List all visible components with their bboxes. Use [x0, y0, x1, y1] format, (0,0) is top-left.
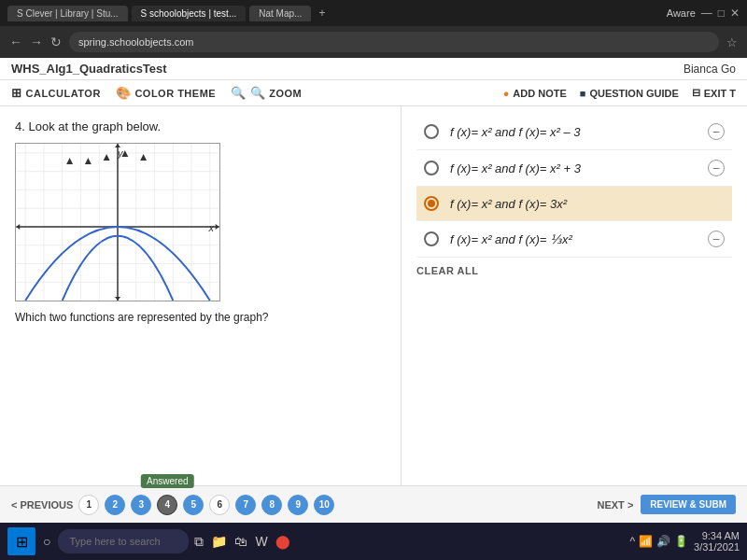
bubble-wrapper-2: 2: [105, 495, 125, 515]
app-title: WHS_Alg1_QuadraticsTest: [11, 62, 167, 76]
exit-icon: ⊟: [692, 87, 700, 99]
maximize-button[interactable]: □: [718, 7, 725, 20]
zoom-out-icon[interactable]: 🔍: [250, 86, 266, 100]
nav-right: NEXT > REVIEW & SUBM: [598, 495, 737, 514]
graph-x-label: x: [209, 222, 215, 233]
question-bubble-10[interactable]: 10: [314, 495, 334, 515]
close-button[interactable]: ✕: [730, 7, 740, 20]
which-two-text: Which two functions are represented by t…: [15, 311, 386, 324]
browser-tab-1[interactable]: S Clever | Library | Stu...: [7, 6, 128, 21]
browser-tabs: S Clever | Library | Stu... S schoolobje…: [0, 0, 747, 26]
word-icon[interactable]: W: [255, 534, 267, 549]
bubble-wrapper-9: 9: [288, 495, 308, 515]
app-container: WHS_Alg1_QuadraticsTest Bianca Go ⊞ CALC…: [0, 58, 747, 523]
battery-icon[interactable]: 🔋: [674, 535, 688, 548]
forward-button[interactable]: →: [30, 35, 43, 49]
browser-tab-3[interactable]: Nat Map...: [249, 6, 311, 21]
previous-button[interactable]: < PREVIOUS: [11, 499, 73, 511]
toolbar-right: ● ADD NOTE ■ QUESTION GUIDE ⊟ EXIT T: [503, 87, 736, 99]
question-bubble-7[interactable]: 7: [235, 495, 256, 515]
graph-container: y x: [15, 143, 220, 301]
minus-d[interactable]: –: [708, 231, 725, 247]
answer-text-d: f (x)= x² and f (x)= ⅓x²: [450, 232, 697, 246]
cortana-icon[interactable]: ○: [43, 534, 50, 549]
app-header: WHS_Alg1_QuadraticsTest Bianca Go: [0, 58, 747, 80]
taskbar-time: 9:34 AM 3/31/2021: [694, 530, 740, 553]
question-bubble-1[interactable]: 1: [78, 495, 99, 515]
color-theme-icon: 🎨: [116, 86, 132, 100]
calculator-icon: ⊞: [11, 86, 22, 100]
up-arrow-icon[interactable]: ^: [629, 535, 635, 548]
question-bubble-5[interactable]: 5: [183, 495, 204, 515]
add-note-button[interactable]: ● ADD NOTE: [503, 88, 567, 99]
svg-marker-21: [216, 224, 219, 230]
add-note-icon: ●: [503, 88, 510, 99]
exit-button[interactable]: ⊟ EXIT T: [692, 87, 736, 99]
back-button[interactable]: ←: [9, 35, 22, 49]
minus-b[interactable]: –: [708, 160, 725, 176]
color-theme-button[interactable]: 🎨 COLOR THEME: [116, 86, 216, 100]
address-bar[interactable]: [69, 32, 719, 52]
answer-option-d[interactable]: f (x)= x² and f (x)= ⅓x² –: [416, 221, 732, 258]
bubble-wrapper-6: 6: [209, 495, 230, 515]
question-bubble-6[interactable]: 6: [209, 495, 230, 515]
bubble-wrapper-5: 5: [183, 495, 204, 515]
store-icon[interactable]: 🛍: [234, 534, 247, 549]
speaker-icon[interactable]: 🔊: [656, 535, 670, 548]
bubble-wrapper-1: 1: [78, 495, 99, 515]
toolbar: ⊞ CALCULATOR 🎨 COLOR THEME 🔍 🔍 ZOOM ● AD…: [0, 80, 747, 106]
taskbar-right: ^ 📶 🔊 🔋 9:34 AM 3/31/2021: [629, 530, 740, 553]
minimize-button[interactable]: —: [701, 7, 712, 20]
bottom-nav: < PREVIOUS 1 2 3 Answered 4 5 6 7 8 9: [0, 485, 747, 523]
answer-text-a: f (x)= x² and f (x)= x² – 3: [450, 125, 697, 139]
new-tab-button[interactable]: +: [318, 7, 325, 20]
task-view-icon[interactable]: ⧉: [194, 534, 204, 550]
svg-text:▲: ▲: [82, 154, 93, 167]
radio-d[interactable]: [424, 231, 439, 246]
svg-text:▲: ▲: [138, 150, 149, 163]
question-bubble-4[interactable]: 4: [157, 495, 177, 515]
answer-option-b[interactable]: f (x)= x² and f (x)= x² + 3 –: [416, 150, 732, 187]
radio-b[interactable]: [424, 161, 439, 175]
question-bubble-9[interactable]: 9: [288, 495, 308, 515]
question-bubble-3[interactable]: 3: [131, 495, 151, 515]
question-text: 4. Look at the graph below.: [15, 119, 386, 133]
question-bubble-8[interactable]: 8: [261, 495, 282, 515]
right-panel: f (x)= x² and f (x)= x² – 3 – f (x)= x² …: [402, 106, 747, 495]
minus-a[interactable]: –: [708, 123, 725, 140]
graph-y-label: y: [118, 147, 123, 159]
start-button[interactable]: ⊞: [7, 527, 35, 555]
radio-c[interactable]: [424, 196, 439, 211]
answer-option-c[interactable]: f (x)= x² and f (x)= 3x²: [416, 187, 732, 221]
aware-label: Aware: [667, 7, 696, 19]
question-guide-button[interactable]: ■ QUESTION GUIDE: [580, 88, 679, 99]
review-button[interactable]: REVIEW & SUBM: [641, 495, 736, 514]
answer-text-c: f (x)= x² and f (x)= 3x²: [450, 197, 725, 211]
browser-tab-2[interactable]: S schoolobjects | test...: [132, 6, 247, 21]
svg-text:▲: ▲: [64, 154, 76, 167]
bubble-wrapper-8: 8: [261, 495, 282, 515]
calculator-button[interactable]: ⊞ CALCULATOR: [11, 86, 101, 100]
svg-text:▲: ▲: [101, 150, 112, 163]
zoom-in-icon[interactable]: 🔍: [231, 86, 247, 100]
refresh-button[interactable]: ↻: [50, 35, 62, 49]
browser-chrome: S Clever | Library | Stu... S schoolobje…: [0, 0, 747, 58]
chrome-icon[interactable]: ⬤: [275, 534, 290, 549]
content-area: 4. Look at the graph below. y x: [0, 106, 747, 495]
bookmark-star[interactable]: ☆: [726, 35, 738, 49]
answer-option-a[interactable]: f (x)= x² and f (x)= x² – 3 –: [416, 114, 732, 150]
answer-text-b: f (x)= x² and f (x)= x² + 3: [450, 161, 697, 175]
bubble-wrapper-7: 7: [235, 495, 256, 515]
taskbar-system-icons: ^ 📶 🔊 🔋: [629, 535, 688, 548]
bubble-wrapper-10: 10: [314, 495, 334, 515]
svg-marker-24: [115, 297, 120, 301]
network-icon[interactable]: 📶: [639, 535, 653, 548]
search-input[interactable]: [58, 529, 189, 553]
radio-a[interactable]: [424, 124, 439, 139]
file-explorer-icon[interactable]: 📁: [211, 534, 227, 549]
browser-nav: ← → ↻ ☆: [0, 26, 747, 58]
svg-marker-23: [16, 224, 20, 230]
clear-all-button[interactable]: CLEAR ALL: [416, 265, 732, 276]
question-bubble-2[interactable]: 2: [105, 495, 125, 515]
next-button[interactable]: NEXT >: [598, 499, 634, 511]
